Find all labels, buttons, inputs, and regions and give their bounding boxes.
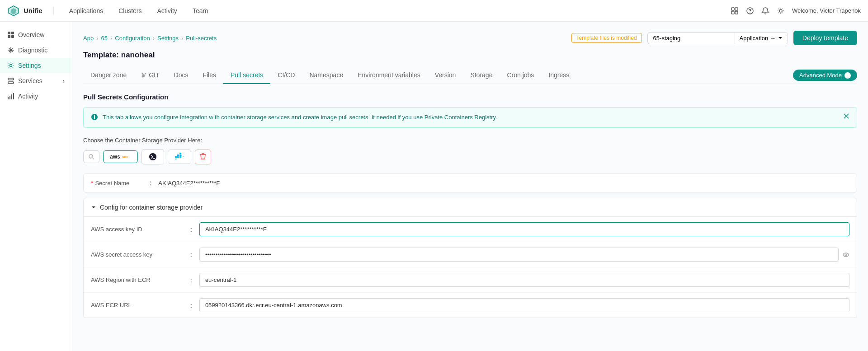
env-input[interactable] xyxy=(647,32,735,44)
nav-team[interactable]: Team xyxy=(184,5,213,17)
eye-icon[interactable] xyxy=(842,251,849,258)
tab-pull-secrets[interactable]: Pull secrets xyxy=(223,67,270,84)
breadcrumb-settings[interactable]: Settings xyxy=(157,35,179,42)
collapsible-body: AWS access key ID : AWS secret access ke… xyxy=(83,217,857,318)
docker-icon xyxy=(175,153,184,161)
dashboard-icon[interactable] xyxy=(731,7,739,15)
deploy-template-button[interactable]: Deploy template xyxy=(793,31,857,45)
svg-rect-44 xyxy=(175,156,177,158)
bell-icon[interactable] xyxy=(761,7,769,15)
tab-files[interactable]: Files xyxy=(195,67,223,84)
sidebar-item-services[interactable]: Services › xyxy=(0,73,72,89)
nav-clusters[interactable]: Clusters xyxy=(110,5,147,17)
secret-name-row: * Secret Name : AKIAQ344E2**********F xyxy=(83,173,857,192)
env-dropdown-button[interactable]: Application → xyxy=(735,32,788,44)
sidebar-overview-label: Overview xyxy=(18,31,44,38)
breadcrumb-pull-secrets: Pull-secrets xyxy=(186,35,217,42)
ecr-url-input[interactable] xyxy=(199,298,849,312)
region-input[interactable] xyxy=(199,273,849,287)
aws-label: aws xyxy=(110,154,120,160)
settings-icon xyxy=(7,62,14,69)
svg-point-35 xyxy=(142,73,143,74)
breadcrumb-configuration[interactable]: Configuration xyxy=(115,35,150,42)
sidebar-activity-label: Activity xyxy=(18,93,38,100)
git-icon xyxy=(141,72,147,78)
activity-sidebar-icon xyxy=(7,93,14,100)
help-icon[interactable] xyxy=(746,7,754,15)
sidebar-item-activity[interactable]: Activity xyxy=(0,89,72,104)
svg-point-50 xyxy=(175,159,177,160)
provider-search-box xyxy=(83,150,99,163)
provider-label: Choose the Container Storage Provider He… xyxy=(83,137,857,144)
provider-aws-button[interactable]: aws aws xyxy=(103,150,138,163)
secret-key-input[interactable] xyxy=(199,248,839,262)
tab-cron-jobs[interactable]: Cron jobs xyxy=(500,67,541,84)
info-close-icon[interactable] xyxy=(843,113,849,121)
advanced-mode-label: Advanced Mode xyxy=(799,72,842,79)
collapsible-header[interactable]: Config for container storage provider xyxy=(83,198,857,217)
app-logo[interactable]: Unifie xyxy=(7,5,42,17)
nav-applications[interactable]: Applications xyxy=(61,5,109,17)
tabs: Danger zone GIT Docs Files Pull secrets … xyxy=(83,67,857,84)
svg-rect-49 xyxy=(179,153,181,154)
nav-divider xyxy=(53,6,54,15)
svg-point-20 xyxy=(750,13,750,13)
svg-point-30 xyxy=(13,82,14,83)
sidebar-item-overview[interactable]: Overview xyxy=(0,27,72,42)
svg-rect-34 xyxy=(13,93,14,99)
sidebar-item-settings[interactable]: Settings xyxy=(0,58,72,73)
chevron-down-section-icon xyxy=(91,205,96,210)
nav-clusters-label: Clusters xyxy=(118,7,142,14)
settings-nav-icon[interactable] xyxy=(777,7,785,15)
main-content: App › 65 › Configuration › Settings › Pu… xyxy=(72,22,868,351)
sidebar-settings-label: Settings xyxy=(18,62,41,69)
svg-rect-16 xyxy=(735,8,738,10)
svg-rect-31 xyxy=(8,97,9,99)
svg-rect-15 xyxy=(731,8,734,10)
welcome-text: Welcome, Victor Trapenok xyxy=(792,7,861,14)
svg-point-29 xyxy=(13,79,14,80)
advanced-mode-toggle[interactable]: Advanced Mode xyxy=(793,70,857,81)
svg-point-41 xyxy=(89,154,93,158)
svg-rect-32 xyxy=(9,96,10,99)
services-arrow-icon: › xyxy=(62,77,65,84)
tab-docs[interactable]: Docs xyxy=(167,67,196,84)
tab-ingress[interactable]: Ingress xyxy=(541,67,576,84)
tab-storage[interactable]: Storage xyxy=(463,67,500,84)
svg-point-21 xyxy=(779,9,782,12)
info-banner-text: This tab allows you configure integratio… xyxy=(103,113,839,122)
top-nav-right: Welcome, Victor Trapenok xyxy=(731,7,861,15)
toggle-dot xyxy=(844,72,851,79)
svg-rect-47 xyxy=(177,154,179,156)
tab-namespace[interactable]: Namespace xyxy=(302,67,350,84)
svg-rect-45 xyxy=(177,156,179,158)
provider-kwasm-button[interactable] xyxy=(142,149,164,164)
app-name: Unifie xyxy=(24,7,42,14)
breadcrumb-65[interactable]: 65 xyxy=(101,35,107,42)
config-row-access-key: AWS access key ID : xyxy=(84,217,857,242)
access-key-input[interactable] xyxy=(199,222,849,236)
tab-git[interactable]: GIT xyxy=(134,67,166,84)
nav-items: Applications Clusters Activity Team xyxy=(61,5,731,17)
tab-right: Advanced Mode xyxy=(793,70,857,81)
svg-rect-40 xyxy=(94,115,95,116)
provider-docker-button[interactable] xyxy=(168,150,191,164)
config-section: Config for container storage provider AW… xyxy=(83,198,857,318)
top-nav: Unifie Applications Clusters Activity Te… xyxy=(0,0,868,22)
diagnostic-icon xyxy=(7,47,14,54)
access-key-label: AWS access key ID xyxy=(91,226,190,233)
nav-activity[interactable]: Activity xyxy=(149,5,183,17)
header-bar: App › 65 › Configuration › Settings › Pu… xyxy=(83,31,857,45)
tab-ci-cd[interactable]: CI/CD xyxy=(270,67,302,84)
tab-version[interactable]: Version xyxy=(428,67,463,84)
nav-applications-label: Applications xyxy=(69,7,104,14)
required-star: * xyxy=(91,179,93,187)
tab-env-vars[interactable]: Environment variables xyxy=(350,67,428,84)
breadcrumb-app[interactable]: App xyxy=(83,35,94,42)
tab-danger-zone[interactable]: Danger zone xyxy=(83,67,134,84)
section-title: Pull Secrets Configuration xyxy=(83,93,857,101)
sidebar: Overview Diagnostic Settings Services › … xyxy=(0,22,72,351)
svg-rect-24 xyxy=(8,35,10,38)
delete-provider-button[interactable] xyxy=(195,150,211,164)
sidebar-item-diagnostic[interactable]: Diagnostic xyxy=(0,42,72,58)
